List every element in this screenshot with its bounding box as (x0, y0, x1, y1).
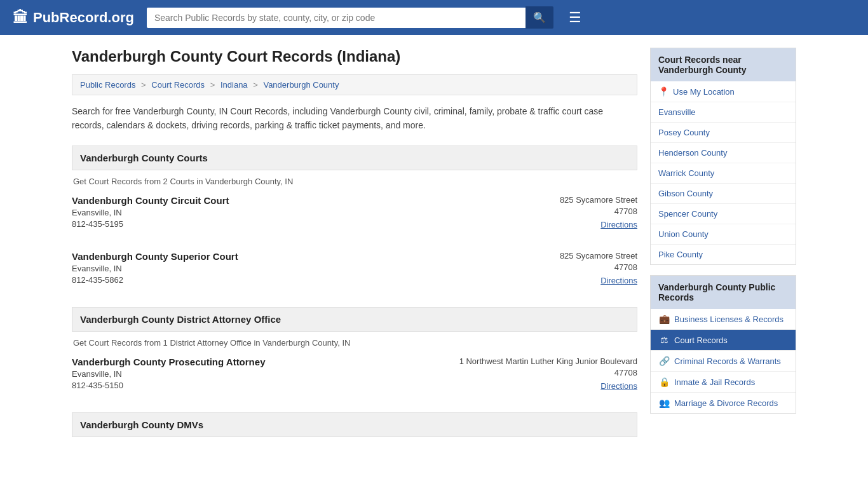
breadcrumb-sep-2: > (210, 80, 217, 90)
sidebar: Court Records near Vanderburgh County 📍 … (650, 48, 796, 444)
superior-court-directions[interactable]: Directions (600, 276, 637, 285)
entry-superior-court: Vandenburgh County Superior Court Evansv… (72, 251, 637, 292)
search-input[interactable] (147, 8, 526, 28)
marriage-icon: 👥 (658, 398, 670, 408)
pa-phone: 812-435-5150 (72, 381, 447, 390)
logo-text: PubRecord.org (33, 10, 134, 26)
logo-icon: 🏛 (13, 9, 28, 27)
sidebar-nearby-warrick[interactable]: Warrick County (651, 163, 796, 184)
page-description: Search for free Vanderburgh County, IN C… (72, 104, 637, 133)
page-title: Vanderburgh County Court Records (Indian… (72, 48, 637, 65)
entry-pa-info: Vanderburgh County Prosecuting Attorney … (72, 356, 447, 391)
sidebar-nearby-henderson[interactable]: Henderson County (651, 143, 796, 163)
menu-icon: ☰ (569, 10, 581, 25)
pa-zip: 47708 (459, 368, 637, 377)
superior-court-zip: 47708 (523, 262, 637, 272)
menu-button[interactable]: ☰ (566, 7, 584, 29)
section-district-attorney: Vanderburgh County District Attorney Off… (72, 307, 637, 397)
pa-directions[interactable]: Directions (600, 381, 637, 391)
circuit-court-zip: 47708 (523, 207, 637, 216)
search-button[interactable]: 🔍 (526, 6, 553, 29)
court-icon: ⚖ (658, 335, 670, 345)
sidebar-nearby-posey[interactable]: Posey County (651, 123, 796, 143)
search-bar: 🔍 (147, 6, 553, 29)
sidebar-public-records-list: 💼 Business Licenses & Records ⚖ Court Re… (651, 309, 796, 413)
section-da-header: Vanderburgh County District Attorney Off… (72, 307, 637, 332)
circuit-court-phone: 812-435-5195 (72, 219, 510, 229)
sidebar-nearby-gibson[interactable]: Gibson County (651, 184, 796, 204)
section-da-count: Get Court Records from 1 District Attorn… (72, 338, 637, 348)
circuit-court-directions[interactable]: Directions (600, 220, 637, 229)
breadcrumb-court-records[interactable]: Court Records (151, 80, 205, 90)
entry-circuit-info: Vandenburgh County Circuit Court Evansvi… (72, 195, 510, 229)
inmate-icon: 🔒 (658, 377, 670, 387)
circuit-court-address: 825 Sycamore Street 47708 Directions (523, 195, 637, 229)
business-icon: 💼 (658, 314, 670, 324)
superior-court-city: Evansville, IN (72, 264, 510, 273)
superior-court-address: 825 Sycamore Street 47708 Directions (523, 251, 637, 285)
search-icon: 🔍 (533, 12, 546, 23)
superior-court-phone: 812-435-5862 (72, 275, 510, 285)
sidebar-nearby-pike[interactable]: Pike County (651, 245, 796, 264)
sidebar-nearby-list: 📍 Use My Location Evansville Posey Count… (651, 81, 796, 264)
sidebar-record-inmate[interactable]: 🔒 Inmate & Jail Records (651, 372, 796, 393)
breadcrumb-vanderburgh[interactable]: Vanderburgh County (263, 80, 339, 90)
entry-prosecuting-attorney: Vanderburgh County Prosecuting Attorney … (72, 356, 637, 397)
circuit-court-city: Evansville, IN (72, 208, 510, 217)
superior-court-street: 825 Sycamore Street (523, 251, 637, 261)
section-courts-count: Get Court Records from 2 Courts in Vande… (72, 177, 637, 186)
sidebar-use-location[interactable]: 📍 Use My Location (651, 81, 796, 102)
circuit-court-name: Vandenburgh County Circuit Court (72, 195, 510, 206)
criminal-icon: 🔗 (658, 356, 670, 366)
pa-name: Vanderburgh County Prosecuting Attorney (72, 356, 447, 367)
section-courts-header: Vanderburgh County Courts (72, 146, 637, 170)
sidebar-nearby-union[interactable]: Union County (651, 224, 796, 245)
sidebar-record-court[interactable]: ⚖ Court Records (651, 330, 796, 351)
sidebar-nearby-spencer[interactable]: Spencer County (651, 204, 796, 224)
entry-superior-info: Vandenburgh County Superior Court Evansv… (72, 251, 510, 285)
breadcrumb-indiana[interactable]: Indiana (220, 80, 248, 90)
sidebar-nearby-evansville[interactable]: Evansville (651, 102, 796, 123)
page-body: Vanderburgh County Court Records (Indian… (59, 35, 809, 456)
breadcrumb-public-records[interactable]: Public Records (80, 80, 135, 90)
sidebar-nearby-title: Court Records near Vanderburgh County (651, 48, 796, 81)
pa-address: 1 Northwest Martin Luther King Junior Bo… (459, 356, 637, 391)
section-dmv-header: Vanderburgh County DMVs (72, 412, 637, 437)
circuit-court-street: 825 Sycamore Street (523, 195, 637, 205)
entry-circuit-court: Vandenburgh County Circuit Court Evansvi… (72, 195, 637, 236)
breadcrumb: Public Records > Court Records > Indiana… (72, 74, 637, 95)
use-location-link[interactable]: Use My Location (673, 87, 735, 97)
sidebar-public-records-title: Vanderburgh County Public Records (651, 276, 796, 309)
site-header: 🏛 PubRecord.org 🔍 ☰ (0, 0, 868, 35)
pa-street: 1 Northwest Martin Luther King Junior Bo… (459, 356, 637, 366)
breadcrumb-sep-3: > (253, 80, 260, 90)
logo[interactable]: 🏛 PubRecord.org (13, 9, 134, 27)
sidebar-public-records-box: Vanderburgh County Public Records 💼 Busi… (650, 275, 796, 414)
sidebar-record-criminal[interactable]: 🔗 Criminal Records & Warrants (651, 351, 796, 372)
main-content: Vanderburgh County Court Records (Indian… (72, 48, 637, 444)
sidebar-record-marriage[interactable]: 👥 Marriage & Divorce Records (651, 393, 796, 413)
sidebar-nearby-box: Court Records near Vanderburgh County 📍 … (650, 48, 796, 265)
pa-city: Evansville, IN (72, 369, 447, 379)
location-pin-icon: 📍 (658, 86, 669, 97)
section-courts: Vanderburgh County Courts Get Court Reco… (72, 146, 637, 292)
superior-court-name: Vandenburgh County Superior Court (72, 251, 510, 262)
breadcrumb-sep-1: > (141, 80, 148, 90)
section-dmvs: Vanderburgh County DMVs (72, 412, 637, 437)
sidebar-record-business[interactable]: 💼 Business Licenses & Records (651, 309, 796, 330)
